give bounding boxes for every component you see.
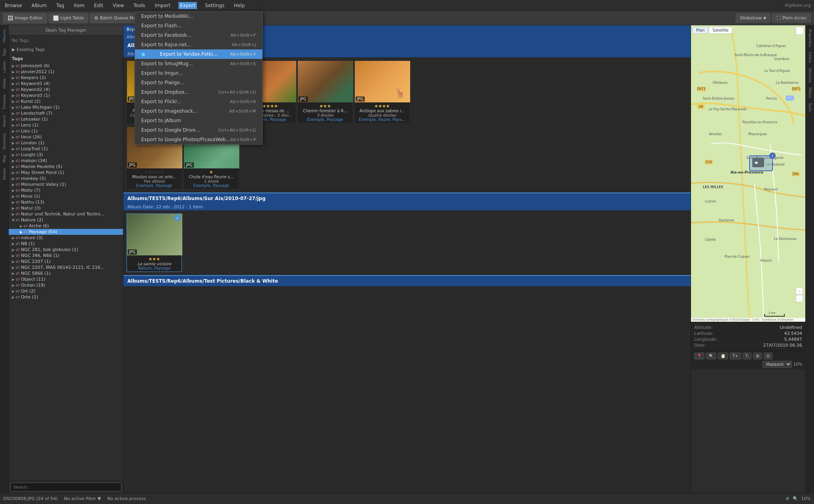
export-mediawiki[interactable]: Export to MediaWiki... bbox=[135, 11, 262, 21]
export-jalbum[interactable]: Export to jAlbum bbox=[135, 116, 262, 125]
tag-lens[interactable]: ▶🏷Lens (1) bbox=[9, 122, 123, 128]
export-facebook[interactable]: Export to Facebook... Alt+Shift+F bbox=[135, 30, 262, 40]
menu-export[interactable]: Export bbox=[178, 2, 197, 9]
export-imageshack[interactable]: Export to Imageshack... Alt+Shift+M bbox=[135, 106, 262, 116]
search-input[interactable] bbox=[10, 483, 121, 491]
tag-monument[interactable]: ▶🏷Monument Valley (1) bbox=[9, 181, 123, 187]
gps-btn-1[interactable]: 📍 bbox=[694, 353, 704, 359]
export-flash[interactable]: Export to Flash... bbox=[135, 21, 262, 30]
map-fullscreen-button[interactable]: ⛶ bbox=[796, 27, 804, 35]
tag-monkey[interactable]: ▶🏷monkey (5) bbox=[9, 176, 123, 181]
search-box[interactable] bbox=[9, 481, 123, 493]
gps-btn-4[interactable]: T+ bbox=[730, 353, 741, 359]
menu-album[interactable]: Album bbox=[30, 2, 48, 9]
gps-btn-2[interactable]: 🔍 bbox=[706, 353, 716, 359]
menu-item[interactable]: Item bbox=[72, 2, 86, 9]
status-icon-2[interactable]: 🔍 bbox=[793, 496, 798, 501]
tag-object[interactable]: ▶🏷Object (11) bbox=[9, 276, 123, 282]
tab-timeline[interactable]: Timeline bbox=[2, 92, 7, 112]
tag-luoghi[interactable]: ▶🏷Luoghi (3) bbox=[9, 152, 123, 158]
menu-import[interactable]: Import bbox=[153, 2, 172, 9]
tab-colors[interactable]: Colors bbox=[807, 49, 813, 65]
tag-ngc2207-iras[interactable]: ▶🏷NGC 2207, IRAS 06142-2121, IC 216... bbox=[9, 264, 123, 270]
tab-versions[interactable]: Versions bbox=[807, 66, 813, 85]
tag-move[interactable]: ▶🏷Move (1) bbox=[9, 193, 123, 199]
tag-landschaft[interactable]: ▶🏷Landschaft (7) bbox=[9, 110, 123, 116]
tag-keepers[interactable]: ▶🏷Keepers (2) bbox=[9, 75, 123, 81]
fullscreen-button[interactable]: ⛶ Plein écran bbox=[772, 13, 811, 23]
menu-edit[interactable]: Edit bbox=[93, 2, 105, 9]
tag-lieux[interactable]: ▶🏷lieux (26) bbox=[9, 134, 123, 140]
menu-view[interactable]: View bbox=[111, 2, 125, 9]
tab-people[interactable]: People bbox=[2, 166, 7, 182]
photo-mesa[interactable]: JPG ★★★ Chemin forestier à R... 3 étoile… bbox=[297, 60, 353, 123]
status-icon-1[interactable]: ⚙ bbox=[786, 496, 789, 501]
tag-nb[interactable]: ▶🏷NB (1) bbox=[9, 241, 123, 247]
tag-ngc346[interactable]: ▶🏷NGC 346, N66 (1) bbox=[9, 253, 123, 259]
map-tab-plan[interactable]: Plan bbox=[693, 27, 708, 34]
export-imgur[interactable]: Export to Imgur... bbox=[135, 68, 262, 78]
tab-albums[interactable]: Albums bbox=[2, 27, 7, 45]
export-google-drive[interactable]: Export to Google Drive... Ctrl+Alt+Shift… bbox=[135, 125, 262, 135]
tag-maison[interactable]: ▶🏷maison (34) bbox=[9, 158, 123, 164]
tag-jahreszeit[interactable]: ▶🏷Jahreszeit (6) bbox=[9, 63, 123, 69]
tag-ngc2207[interactable]: ▶🏷NGC 2207 (1) bbox=[9, 259, 123, 264]
menu-settings[interactable]: Settings bbox=[203, 2, 226, 9]
tag-kunst[interactable]: ▶🏷Kunst (2) bbox=[9, 98, 123, 104]
tag-orte[interactable]: ▶🏷Orte (1) bbox=[9, 294, 123, 300]
tab-search[interactable]: Search bbox=[2, 113, 7, 130]
map-zoom-in-button[interactable]: + bbox=[796, 287, 803, 294]
menu-tag[interactable]: Tag bbox=[55, 2, 66, 9]
gps-btn-7[interactable]: ⊟ bbox=[764, 353, 772, 359]
map-tab-satellite[interactable]: Satellite bbox=[709, 27, 732, 34]
tag-motiv[interactable]: ▶🏷Motiv (7) bbox=[9, 187, 123, 193]
slideshow-button[interactable]: Slideshow ▼ bbox=[736, 13, 770, 23]
tag-keyword3[interactable]: ▶🏷Keyword3 (1) bbox=[9, 92, 123, 98]
existing-tags-item[interactable]: ▶ Existing Tags bbox=[9, 45, 123, 54]
tag-lake-michigan[interactable]: ▶🏷Lake Michigan (1) bbox=[9, 104, 123, 110]
tab-map-left[interactable]: Map bbox=[2, 153, 7, 165]
tag-arche[interactable]: ▶🏷Arche (6) bbox=[9, 223, 123, 229]
filter-down-icon[interactable]: ▼ bbox=[98, 496, 101, 501]
tag-ocean[interactable]: ▶🏷Océan (18) bbox=[9, 282, 123, 288]
export-rajce[interactable]: Export to Rajce.net... Alt+Shift+J bbox=[135, 40, 262, 49]
export-smugmug[interactable]: Export to SmugMug... Alt+Shift+S bbox=[135, 59, 262, 68]
tag-nathu[interactable]: ▶🏷Nathu (13) bbox=[9, 199, 123, 205]
tag-natur-technik[interactable]: ▶🏷Natur und Technik, Natur und Techni... bbox=[9, 211, 123, 217]
tag-mamie[interactable]: ▶🏷Mamie Paulette (5) bbox=[9, 164, 123, 170]
tag-leksaker[interactable]: ▶🏷Leksaker (1) bbox=[9, 116, 123, 122]
image-editor-button[interactable]: 🖼 Image Editor bbox=[3, 13, 47, 23]
tag-keyword2[interactable]: ▶🏷Keyword2 (4) bbox=[9, 87, 123, 92]
tag-nature[interactable]: ▼🏷Nature (2) bbox=[9, 217, 123, 223]
export-google-photos[interactable]: Export to Google Photos/PicasaWeb... Alt… bbox=[135, 135, 262, 144]
map-container[interactable]: D973 D973 D10 D9n A51 D9 Cabrières-d'Aig… bbox=[691, 25, 805, 322]
tab-tags[interactable]: Tags bbox=[2, 46, 7, 59]
menu-browse[interactable]: Browse bbox=[3, 2, 24, 9]
export-flickr[interactable]: Export to Flickr... Alt+Shift+R bbox=[135, 97, 262, 106]
tag-ort[interactable]: ▶🏷Ort (2) bbox=[9, 288, 123, 294]
tag-may[interactable]: ▶🏷May Street Pond (1) bbox=[9, 170, 123, 176]
tag-ngc5866[interactable]: ▶🏷NGC 5866 (1) bbox=[9, 270, 123, 276]
tag-london[interactable]: ▶🏷London (1) bbox=[9, 140, 123, 146]
tab-labels[interactable]: Labels bbox=[2, 59, 7, 75]
tab-similarity[interactable]: Similarity bbox=[2, 130, 7, 152]
tag-looptrail[interactable]: ▶🏷LoopTrail (1) bbox=[9, 146, 123, 152]
tab-dates[interactable]: Dates bbox=[2, 76, 7, 91]
menu-tools[interactable]: Tools bbox=[132, 2, 147, 9]
tag-ngc281[interactable]: ▶🏷NGC 281, bok globules (1) bbox=[9, 247, 123, 253]
tag-lieu[interactable]: ▶🏷Lieu (1) bbox=[9, 128, 123, 134]
tab-filters[interactable]: Filters bbox=[807, 85, 813, 100]
light-table-button[interactable]: ⬜ Light Table bbox=[49, 13, 88, 23]
tag-keyword1[interactable]: ▶🏷Keyword1 (4) bbox=[9, 81, 123, 87]
tag-paysage[interactable]: ▶🏷Paysage (54) bbox=[9, 229, 123, 235]
export-yandex[interactable]: ● Export to Yandex.Fotki... Alt+Shift+Y bbox=[135, 49, 262, 59]
map-zoom-out-button[interactable]: − bbox=[796, 295, 803, 302]
gps-btn-3[interactable]: 📋 bbox=[718, 353, 728, 359]
gps-btn-6[interactable]: ⊞ bbox=[753, 353, 762, 359]
gps-btn-5[interactable]: T- bbox=[743, 353, 752, 359]
menu-help[interactable]: Help bbox=[232, 2, 246, 9]
tab-properties[interactable]: Properties bbox=[807, 27, 813, 49]
photo-desert[interactable]: 🦌 JPG ★★★★ Antilope aux sabres i... Quat… bbox=[354, 60, 410, 123]
map-provider-select[interactable]: Mapquest bbox=[763, 361, 792, 368]
tag-janvier2012[interactable]: ▶🏷janvier2012 (1) bbox=[9, 69, 123, 75]
